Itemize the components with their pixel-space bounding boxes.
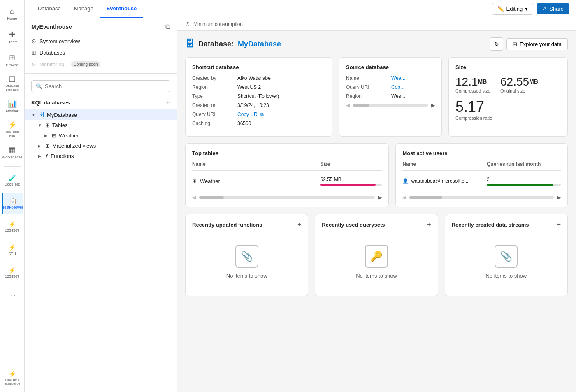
nav-1234567-b[interactable]: ⚡ 1234567 xyxy=(2,262,23,283)
most-active-users-card: Most active users Name Queries run last … xyxy=(395,143,568,207)
share-button[interactable]: ↗ Share xyxy=(537,3,569,14)
testfollower-icon: 📋 xyxy=(9,198,16,204)
explore-icon: ⊞ xyxy=(513,41,517,47)
scroll-right-icon[interactable]: ▶ xyxy=(557,195,561,200)
nav-docstest[interactable]: 🧪 DocsTest xyxy=(2,170,23,191)
monitor-icon: 📊 xyxy=(8,99,17,108)
editing-button[interactable]: ✏️ Editing ▾ xyxy=(492,3,534,15)
nav-browse[interactable]: ⊞ Browse xyxy=(2,49,23,71)
tree-item-mydatabase[interactable]: ▼ 🗄 MyDatabase xyxy=(25,109,177,120)
workspaces-icon: ▦ xyxy=(9,145,16,154)
table-size-cell: 62.55 MB xyxy=(320,176,382,186)
home-icon: ⌂ xyxy=(10,7,14,16)
table-name-cell: ⊞ Weather xyxy=(192,178,320,184)
databases-icon: ⊞ xyxy=(31,49,36,56)
scroll-left-icon[interactable]: ◀ xyxy=(402,195,406,200)
querysets-empty-state: 🔑 No items to show xyxy=(322,235,431,289)
add-function-button[interactable]: + xyxy=(297,221,301,228)
size-card-title: Size xyxy=(455,64,561,70)
scroll-right-icon[interactable]: ▶ xyxy=(378,195,382,200)
cards-row-1: Shortcut database Created by Aiko Watana… xyxy=(185,57,568,137)
functions-empty-icon: 📎 xyxy=(235,245,258,268)
onelake-icon: ◫ xyxy=(9,74,16,83)
col-name: Name xyxy=(402,161,487,167)
tree-item-materialized-views[interactable]: ▶ ⊞ Materialized views xyxy=(25,141,177,151)
chevron-down-icon: ▾ xyxy=(525,6,528,12)
querysets-empty-icon: 🔑 xyxy=(365,245,388,268)
source-card-title: Source database xyxy=(346,64,435,70)
copy-uri-button[interactable]: Copy URI ⧉ xyxy=(237,111,264,117)
chevron-down-icon: ▼ xyxy=(38,123,43,128)
scroll-left-icon[interactable]: ◀ xyxy=(346,102,350,108)
top-bar: Database Manage Eventhouse ✏️ Editing ▾ … xyxy=(25,0,576,18)
nav-rth[interactable]: ⚡ RTH xyxy=(2,239,23,260)
eventhouse-title: MyEventhouse xyxy=(31,23,72,30)
recently-used-querysets-card: Recently used querysets + 🔑 No items to … xyxy=(315,214,438,296)
shortcut-database-card: Shortcut database Created by Aiko Watana… xyxy=(185,57,332,137)
nav-rail: ⌂ Home ✚ Create ⊞ Browse ◫ OneLake data … xyxy=(0,0,25,392)
scroll-left-icon[interactable]: ◀ xyxy=(192,195,196,200)
main-container: Database Manage Eventhouse ✏️ Editing ▾ … xyxy=(25,0,576,392)
compressed-size-metric: 12.1MB Compressed size xyxy=(455,75,490,93)
sidebar-item-databases[interactable]: ⊞ Databases xyxy=(25,47,177,58)
scroll-track xyxy=(353,104,428,107)
most-active-title: Most active users xyxy=(402,150,561,156)
chevron-right-icon: ▶ xyxy=(38,154,43,158)
main-panel: ⏱ Minimum consumption 🗄 Database: MyData… xyxy=(177,18,576,392)
tab-manage[interactable]: Manage xyxy=(67,0,100,18)
refresh-button[interactable]: ↻ xyxy=(490,37,503,51)
pencil-icon: ✏️ xyxy=(497,6,504,12)
streams-empty-state: 📎 No items to show xyxy=(452,235,561,289)
nav-realtime-intelligence[interactable]: ⚡ Real-Time Intelligence xyxy=(2,367,23,389)
database-icon: 🗄 xyxy=(39,111,44,118)
sidebar-collapse-button[interactable]: ⧉ xyxy=(165,23,170,30)
realtime-hub-icon: ⚡ xyxy=(8,120,17,129)
rth-icon: ⚡ xyxy=(9,244,16,251)
nav-workspaces[interactable]: ▦ Workspaces xyxy=(2,141,23,163)
sidebar-item-monitoring[interactable]: ⊙ Monitoring Coming soon xyxy=(25,58,177,70)
user-queries-cell: 2 xyxy=(487,176,561,186)
search-box[interactable]: 🔍 xyxy=(31,80,170,92)
size-card: Size 12.1MB Compressed size 62.55MB xyxy=(448,57,568,137)
field-created-on: Created on 3/19/24, 10:23 xyxy=(192,102,325,108)
nav-divider-1 xyxy=(4,166,21,167)
search-icon: 🔍 xyxy=(36,83,42,89)
scroll-right-icon[interactable]: ▶ xyxy=(431,102,435,108)
nav-realtime-hub[interactable]: ⚡ Real-Time hub xyxy=(2,118,23,140)
sidebar: MyEventhouse ⧉ ⊙ System overview ⊞ Datab… xyxy=(25,18,177,392)
nav-more[interactable]: ··· xyxy=(2,285,23,306)
chevron-right-icon: ▶ xyxy=(38,144,43,148)
tree-item-functions[interactable]: ▶ ƒ Functions xyxy=(25,151,177,161)
nav-onelake[interactable]: ◫ OneLake data hub xyxy=(2,72,23,94)
top-tables-title: Top tables xyxy=(192,150,382,156)
nav-create[interactable]: ✚ Create xyxy=(2,26,23,48)
functions-empty-text: No items to show xyxy=(226,273,267,279)
sidebar-header: MyEventhouse ⧉ xyxy=(25,18,177,35)
source-database-card: Source database Name Wea... Query URI Co… xyxy=(339,57,442,137)
explore-data-button[interactable]: ⊞ Explore your data xyxy=(506,38,568,50)
nav-testfollower[interactable]: 📋 TestFollower xyxy=(2,193,23,214)
top-tables-scroll: ◀ ▶ xyxy=(192,195,382,200)
kql-databases-header: KQL databases + xyxy=(25,95,177,109)
col-size: Size xyxy=(320,161,382,167)
size-bar-track xyxy=(320,184,382,186)
search-input[interactable] xyxy=(45,83,165,89)
add-kql-database-button[interactable]: + xyxy=(166,99,170,106)
chevron-down-icon: ▼ xyxy=(31,113,36,117)
tab-database[interactable]: Database xyxy=(31,0,67,18)
top-tables-card: Top tables Name Size ⊞ Weather 62.55 MB xyxy=(185,143,389,207)
add-queryset-button[interactable]: + xyxy=(427,221,431,228)
nav-monitor[interactable]: 📊 Monitor xyxy=(2,95,23,117)
tree-item-tables[interactable]: ▼ ⊞ Tables xyxy=(25,120,177,130)
nav-home[interactable]: ⌂ Home xyxy=(2,3,23,25)
field-type: Type Shortcut (Follower) xyxy=(192,93,325,99)
db-header: 🗄 Database: MyDatabase ↻ ⊞ Explore your … xyxy=(185,37,568,51)
streams-card-title: Recently created data streams xyxy=(452,222,529,228)
nav-1234567-a[interactable]: ⚡ 1234567 xyxy=(2,216,23,237)
tree-item-weather[interactable]: ▶ ⊞ Weather xyxy=(25,130,177,141)
add-stream-button[interactable]: + xyxy=(557,221,561,228)
tables-icon: ⊞ xyxy=(45,122,50,128)
tab-eventhouse[interactable]: Eventhouse xyxy=(100,0,144,18)
streams-empty-text: No items to show xyxy=(485,273,527,279)
sidebar-item-system-overview[interactable]: ⊙ System overview xyxy=(25,35,177,47)
